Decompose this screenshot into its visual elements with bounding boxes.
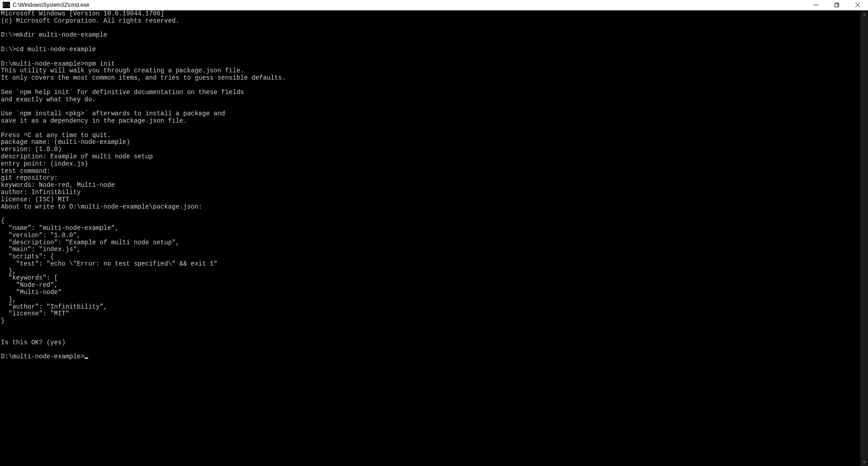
close-icon	[855, 3, 860, 7]
scroll-down-button[interactable]	[860, 458, 868, 466]
terminal-line	[1, 53, 859, 61]
svg-rect-1	[835, 4, 838, 7]
terminal-line	[1, 332, 859, 339]
vertical-scrollbar[interactable]	[860, 10, 868, 466]
terminal-line: save it as a dependency in the package.j…	[1, 118, 859, 125]
terminal-line: Press ^C at any time to quit.	[1, 132, 859, 139]
terminal-line: D:\multi-node-example>npm init	[1, 61, 859, 68]
titlebar-left: C:\ C:\Windows\System32\cmd.exe	[0, 2, 89, 8]
terminal-line	[1, 210, 859, 218]
scroll-up-button[interactable]	[860, 10, 868, 18]
terminal-line	[1, 39, 859, 46]
terminal-line: keywords: Node-red, Multi-node	[1, 182, 859, 189]
terminal-line: }	[1, 318, 859, 325]
terminal-line: Microsoft Windows [Version 10.0.19044.17…	[1, 10, 859, 18]
terminal-line: "scripts": {	[1, 253, 859, 261]
terminal-line	[1, 346, 859, 353]
terminal-line: "description": "Example of multi node se…	[1, 239, 859, 247]
terminal-output[interactable]: Microsoft Windows [Version 10.0.19044.17…	[0, 10, 860, 466]
terminal-line: "author": "Infinitbility",	[1, 304, 859, 311]
terminal-line: D:\>mkdir multi-node-example	[1, 32, 859, 39]
chevron-up-icon	[863, 13, 866, 16]
cmd-window: C:\ C:\Windows\System32\cmd.exe Microsof…	[0, 0, 868, 466]
cmd-icon: C:\	[3, 2, 10, 8]
terminal-line: "main": "index.js",	[1, 246, 859, 253]
terminal-line	[1, 82, 859, 89]
terminal-line	[1, 103, 859, 110]
close-button[interactable]	[847, 0, 868, 10]
terminal-line: {	[1, 218, 859, 225]
terminal-line: It only covers the most common items, an…	[1, 75, 859, 82]
svg-marker-5	[863, 461, 866, 463]
terminal-line: D:\>cd multi-node-example	[1, 46, 859, 53]
terminal-line: },	[1, 268, 859, 275]
terminal-line: package name: (multi-node-example)	[1, 139, 859, 146]
terminal-prompt-line[interactable]: D:\multi-node-example>	[1, 353, 859, 361]
terminal-line: Use `npm install <pkg>` afterwards to in…	[1, 110, 859, 118]
terminal-line: (c) Microsoft Corporation. All rights re…	[1, 18, 859, 25]
terminal-line: entry point: (index.js)	[1, 161, 859, 168]
minimize-button[interactable]	[806, 0, 826, 10]
terminal-line: Is this OK? (yes)	[1, 339, 859, 347]
titlebar-controls	[806, 0, 868, 10]
terminal-line	[1, 125, 859, 132]
terminal-line: See `npm help init` for definitive docum…	[1, 89, 859, 96]
terminal-line: This utility will walk you through creat…	[1, 67, 859, 75]
titlebar[interactable]: C:\ C:\Windows\System32\cmd.exe	[0, 0, 868, 10]
terminal-line: test command:	[1, 168, 859, 175]
terminal-line: version: (1.0.0)	[1, 146, 859, 153]
svg-marker-4	[863, 14, 866, 15]
maximize-icon	[835, 3, 839, 7]
terminal-line	[1, 325, 859, 332]
terminal-area: Microsoft Windows [Version 10.0.19044.17…	[0, 10, 868, 466]
chevron-down-icon	[863, 461, 866, 464]
terminal-line: author: Infinitbility	[1, 189, 859, 196]
terminal-line	[1, 25, 859, 32]
terminal-line: "Multi-node"	[1, 289, 859, 296]
terminal-line: About to write to D:\multi-node-example\…	[1, 204, 859, 211]
terminal-line: description: Example of multi node setup	[1, 153, 859, 161]
terminal-prompt: D:\multi-node-example>	[1, 353, 85, 360]
terminal-line: "version": "1.0.0",	[1, 232, 859, 239]
terminal-line: ],	[1, 296, 859, 304]
minimize-icon	[814, 3, 818, 7]
terminal-line: "license": "MIT"	[1, 310, 859, 318]
terminal-line: "name": "multi-node-example",	[1, 225, 859, 232]
terminal-line: "keywords": [	[1, 275, 859, 282]
terminal-line: "test": "echo \"Error: no test specified…	[1, 261, 859, 268]
terminal-cursor	[85, 357, 88, 359]
terminal-line: license: (ISC) MIT	[1, 196, 859, 204]
terminal-line: git repository:	[1, 175, 859, 182]
window-title: C:\Windows\System32\cmd.exe	[13, 2, 89, 8]
terminal-line: and exactly what they do.	[1, 96, 859, 104]
terminal-line: "Node-red",	[1, 282, 859, 289]
maximize-button[interactable]	[826, 0, 847, 10]
